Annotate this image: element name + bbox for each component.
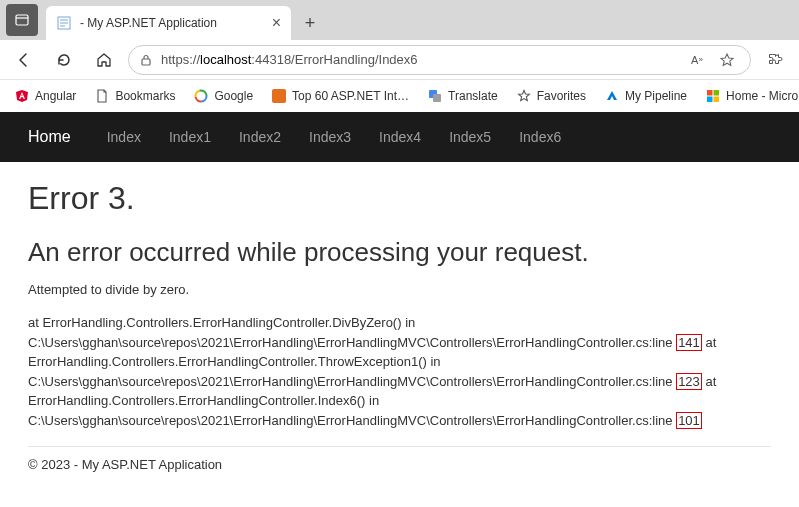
page-content: Error 3. An error occurred while process…: [0, 162, 799, 490]
svg-rect-13: [433, 94, 441, 102]
file-icon: [94, 88, 110, 104]
google-icon: [193, 88, 209, 104]
svg-rect-0: [16, 15, 28, 25]
address-bar[interactable]: https://localhost:44318/ErrorHandling/In…: [128, 45, 751, 75]
stack-trace: at ErrorHandling.Controllers.ErrorHandli…: [28, 313, 771, 430]
bookmarks-bar: Angular Bookmarks Google Top 60 ASP.NET …: [0, 80, 799, 112]
line-number-1: 141: [676, 334, 702, 351]
translate-icon: [427, 88, 443, 104]
error-message: Attempted to divide by zero.: [28, 282, 771, 297]
tab-title: - My ASP.NET Application: [80, 16, 264, 30]
dotnet-icon: [271, 88, 287, 104]
line-number-3: 101: [676, 412, 702, 429]
bookmark-google[interactable]: Google: [187, 85, 259, 107]
reader-mode-icon[interactable]: A»: [684, 47, 710, 73]
nav-index1[interactable]: Index1: [155, 112, 225, 162]
refresh-button[interactable]: [48, 44, 80, 76]
tab-favicon: [56, 15, 72, 31]
browser-tab[interactable]: - My ASP.NET Application ×: [46, 6, 291, 40]
tab-close-button[interactable]: ×: [272, 14, 281, 32]
home-button[interactable]: [88, 44, 120, 76]
divider: [28, 446, 771, 447]
extensions-icon[interactable]: [759, 44, 791, 76]
bookmark-aspnet[interactable]: Top 60 ASP.NET Int…: [265, 85, 415, 107]
browser-toolbar: https://localhost:44318/ErrorHandling/In…: [0, 40, 799, 80]
back-button[interactable]: [8, 44, 40, 76]
svg-rect-6: [142, 59, 150, 65]
azure-icon: [604, 88, 620, 104]
browser-tab-strip: - My ASP.NET Application × +: [0, 0, 799, 40]
tab-actions-button[interactable]: [6, 4, 38, 36]
nav-index5[interactable]: Index5: [435, 112, 505, 162]
svg-rect-17: [714, 97, 720, 103]
svg-rect-11: [272, 89, 286, 103]
nav-brand[interactable]: Home: [14, 112, 93, 162]
site-navbar: Home Index Index1 Index2 Index3 Index4 I…: [0, 112, 799, 162]
error-heading: An error occurred while processing your …: [28, 237, 771, 268]
error-title: Error 3.: [28, 180, 771, 217]
microsoft-icon: [705, 88, 721, 104]
nav-index[interactable]: Index: [93, 112, 155, 162]
nav-index3[interactable]: Index3: [295, 112, 365, 162]
url-text: https://localhost:44318/ErrorHandling/In…: [161, 52, 676, 67]
bookmark-bookmarks[interactable]: Bookmarks: [88, 85, 181, 107]
bookmark-favorites[interactable]: Favorites: [510, 85, 592, 107]
svg-rect-16: [707, 97, 713, 103]
nav-index4[interactable]: Index4: [365, 112, 435, 162]
svg-rect-14: [707, 90, 713, 96]
nav-index2[interactable]: Index2: [225, 112, 295, 162]
bookmark-angular[interactable]: Angular: [8, 85, 82, 107]
angular-icon: [14, 88, 30, 104]
site-info-icon[interactable]: [139, 53, 153, 67]
bookmark-pipeline[interactable]: My Pipeline: [598, 85, 693, 107]
svg-rect-15: [714, 90, 720, 96]
bookmark-translate[interactable]: Translate: [421, 85, 504, 107]
new-tab-button[interactable]: +: [295, 8, 325, 38]
bookmark-ms-home[interactable]: Home - Micro: [699, 85, 799, 107]
nav-index6[interactable]: Index6: [505, 112, 575, 162]
star-icon: [516, 88, 532, 104]
favorite-star-icon[interactable]: [714, 47, 740, 73]
line-number-2: 123: [676, 373, 702, 390]
footer-text: © 2023 - My ASP.NET Application: [28, 457, 771, 472]
